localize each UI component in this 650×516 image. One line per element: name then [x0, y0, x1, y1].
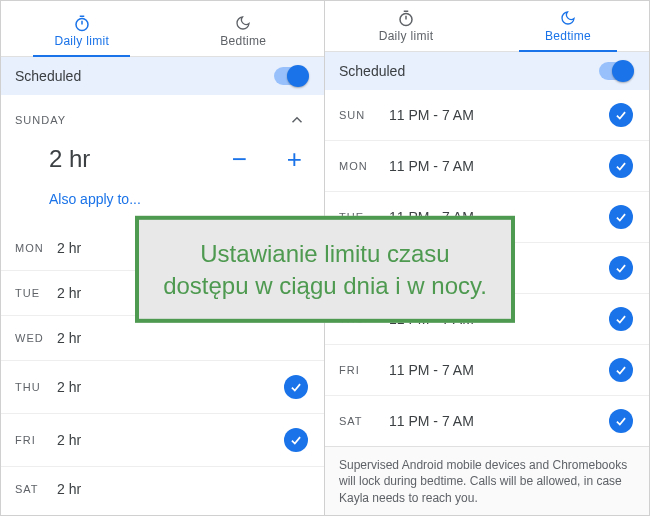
tab-daily-limit[interactable]: Daily limit [1, 7, 163, 56]
check-icon [609, 103, 633, 127]
check-icon [609, 358, 633, 382]
check-icon [609, 154, 633, 178]
day-abbr: SAT [339, 415, 389, 427]
chevron-up-icon [288, 111, 306, 129]
day-row[interactable]: MON11 PM - 7 AM [325, 140, 649, 191]
day-abbr: WED [15, 332, 57, 344]
day-row[interactable]: SUN11 PM - 7 AM [325, 90, 649, 140]
day-value: 11 PM - 7 AM [389, 158, 474, 174]
scheduled-label: Scheduled [339, 63, 405, 79]
day-value: 2 hr [57, 481, 81, 497]
moon-icon [234, 14, 252, 32]
footer-note: Supervised Android mobile devices and Ch… [325, 446, 649, 516]
stopwatch-icon [397, 9, 415, 27]
moon-icon [559, 9, 577, 27]
tabs: Daily limit Bedtime [1, 1, 324, 57]
limit-stepper: − + [232, 146, 302, 172]
tab-bedtime[interactable]: Bedtime [163, 7, 325, 56]
day-value: 11 PM - 7 AM [389, 107, 474, 123]
day-detail: 2 hr − + Also apply to... [1, 139, 324, 226]
tab-label: Daily limit [54, 34, 109, 48]
tab-bedtime[interactable]: Bedtime [487, 7, 649, 51]
day-row[interactable]: FRI2 hr [1, 413, 324, 466]
caption-overlay: Ustawianie limitu czasu dostępu w ciągu … [135, 216, 515, 322]
day-value: 2 hr [57, 432, 81, 448]
scheduled-label: Scheduled [15, 68, 81, 84]
increase-button[interactable]: + [287, 146, 302, 172]
check-icon [609, 205, 633, 229]
check-icon [609, 409, 633, 433]
apply-to-link[interactable]: Also apply to... [49, 191, 141, 207]
check-icon [284, 375, 308, 399]
scheduled-row: Scheduled [325, 52, 649, 90]
day-abbr: SUN [339, 109, 389, 121]
tab-daily-limit[interactable]: Daily limit [325, 7, 487, 51]
limit-value: 2 hr [49, 145, 90, 173]
stopwatch-icon [73, 14, 91, 32]
check-icon [609, 256, 633, 280]
day-value: 2 hr [57, 240, 81, 256]
expanded-day-label: SUNDAY [15, 114, 66, 126]
tab-label: Bedtime [220, 34, 266, 48]
day-row[interactable]: THU2 hr [1, 360, 324, 413]
day-abbr: MON [339, 160, 389, 172]
scheduled-toggle[interactable] [274, 67, 308, 85]
day-abbr: FRI [15, 434, 57, 446]
day-value: 11 PM - 7 AM [389, 413, 474, 429]
tab-label: Bedtime [545, 29, 591, 43]
decrease-button[interactable]: − [232, 146, 247, 172]
day-expander-header[interactable]: SUNDAY [1, 95, 324, 139]
day-abbr: THU [15, 381, 57, 393]
day-abbr: SAT [15, 483, 57, 495]
day-value: 11 PM - 7 AM [389, 362, 474, 378]
day-abbr: FRI [339, 364, 389, 376]
tab-label: Daily limit [379, 29, 434, 43]
day-row[interactable]: SAT2 hr [1, 466, 324, 511]
scheduled-toggle[interactable] [599, 62, 633, 80]
scheduled-row: Scheduled [1, 57, 324, 95]
day-row[interactable]: SAT11 PM - 7 AM [325, 395, 649, 446]
day-abbr: MON [15, 242, 57, 254]
day-value: 2 hr [57, 379, 81, 395]
day-value: 2 hr [57, 330, 81, 346]
check-icon [284, 428, 308, 452]
tabs: Daily limit Bedtime [325, 1, 649, 52]
day-row[interactable]: FRI11 PM - 7 AM [325, 344, 649, 395]
check-icon [609, 307, 633, 331]
day-value: 2 hr [57, 285, 81, 301]
day-abbr: TUE [15, 287, 57, 299]
